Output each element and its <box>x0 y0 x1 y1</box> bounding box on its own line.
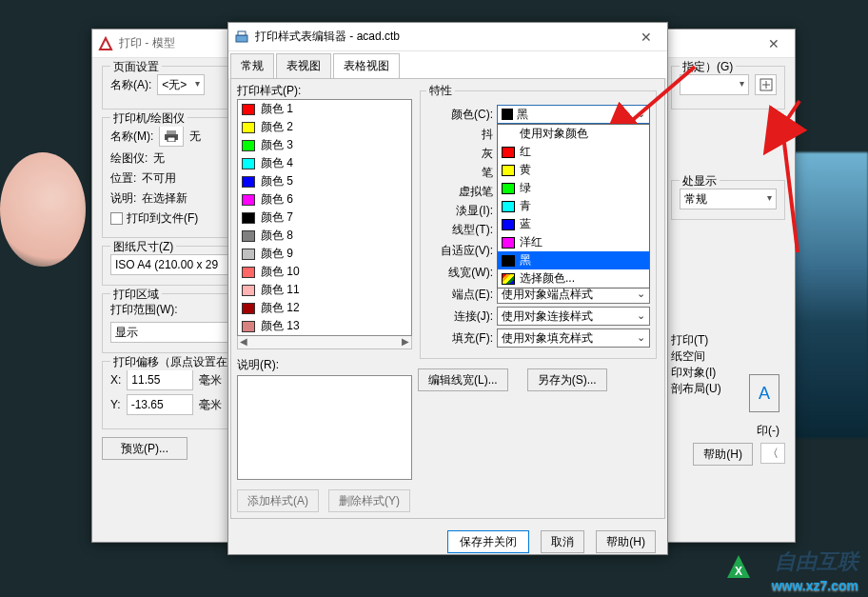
plotstyle-desc-textarea[interactable] <box>237 375 412 480</box>
help-button[interactable]: 帮助(H) <box>693 443 753 466</box>
plotstyle-list-item-label: 颜色 12 <box>261 300 300 316</box>
assign-icon-button[interactable] <box>755 74 777 95</box>
plotstyle-list-item-label: 颜色 4 <box>261 155 293 171</box>
color-dropdown-item[interactable]: 黄 <box>498 161 649 179</box>
svg-rect-5 <box>238 31 246 35</box>
tab-page-form: 打印样式(P): 颜色 1颜色 2颜色 3颜色 4颜色 5颜色 6颜色 7颜色 … <box>230 78 665 519</box>
plotstyle-list-item[interactable]: 颜色 2 <box>238 118 411 136</box>
plotstyle-list-item[interactable]: 颜色 3 <box>238 136 411 154</box>
plotstyle-list-item[interactable]: 颜色 11 <box>238 281 411 299</box>
color-dropdown-item[interactable]: 青 <box>498 197 649 215</box>
page-name-label: 名称(A): <box>110 77 151 93</box>
close-icon[interactable]: ✕ <box>631 26 661 49</box>
plotstyle-list-item[interactable]: 颜色 12 <box>238 299 411 317</box>
color-dropdown-item-label: 红 <box>520 144 531 160</box>
color-swatch-icon <box>502 219 515 230</box>
edit-lineweight-button[interactable]: 编辑线宽(L)... <box>418 368 508 391</box>
shadow-group-label: 处显示 <box>680 173 720 189</box>
color-dropdown-item[interactable]: 选择颜色... <box>498 269 649 288</box>
plotstyle-listbox[interactable]: 颜色 1颜色 2颜色 3颜色 4颜色 5颜色 6颜色 7颜色 8颜色 9颜色 1… <box>237 99 412 336</box>
color-dropdown-item[interactable]: 使用对象颜色 <box>498 125 649 143</box>
option-print-label: 打印(T) <box>671 332 785 348</box>
prop-linetype-label: 线型(T): <box>426 222 493 238</box>
color-swatch-icon <box>242 212 255 224</box>
plotstyle-list-item[interactable]: 颜色 6 <box>238 190 411 209</box>
preview-button[interactable]: 预览(P)... <box>102 437 187 460</box>
prop-color-label: 颜色(C): <box>426 107 493 123</box>
offset-x-input[interactable]: 11.55 <box>127 369 193 390</box>
desc-label: 说明: <box>110 190 136 207</box>
color-swatch-icon <box>242 176 255 188</box>
plotstyle-list-item-label: 颜色 9 <box>261 246 293 262</box>
plotstyle-list-item-label: 颜色 10 <box>261 264 300 280</box>
plotstyle-list-item-label: 颜色 2 <box>261 119 293 135</box>
offset-x-label: X: <box>110 373 121 387</box>
color-swatch-icon <box>502 183 515 194</box>
color-swatch-icon <box>502 201 515 212</box>
watermark-logo-icon: X <box>723 551 754 582</box>
tab-table[interactable]: 表视图 <box>276 53 331 78</box>
watermark-brand: 自由互联 <box>775 547 858 576</box>
plotstyle-list-item[interactable]: 颜色 4 <box>238 154 411 172</box>
location-label: 位置: <box>110 170 136 187</box>
cancel-button[interactable]: 取消 <box>541 530 584 553</box>
plotstyle-list-item-label: 颜色 8 <box>261 228 293 244</box>
plotstyle-list-hscroll[interactable] <box>237 336 412 349</box>
offset-x-unit: 毫米 <box>199 372 222 388</box>
properties-label: 特性 <box>426 83 455 99</box>
print-to-file-checkbox[interactable]: 打印到文件(F) <box>110 210 198 227</box>
quality-select[interactable]: 常规 <box>680 189 777 209</box>
help-button[interactable]: 帮助(H) <box>596 530 656 553</box>
paper-size-label: 图纸尺寸(Z) <box>110 239 176 255</box>
printer-icon[interactable] <box>159 126 184 147</box>
color-swatch-icon <box>242 267 255 278</box>
plotstyle-list-item[interactable]: 颜色 8 <box>238 227 411 245</box>
color-dropdown-item-label: 洋红 <box>520 234 542 250</box>
plotstyle-list-item[interactable]: 颜色 13 <box>238 317 411 335</box>
rainbow-swatch-icon <box>502 273 515 285</box>
print-range-label: 打印范围(W): <box>110 302 178 318</box>
color-dropdown-item-label: 青 <box>520 198 531 214</box>
prop-color-select[interactable]: 黑 使用对象颜色红黄绿青蓝洋红黑选择颜色... <box>497 105 650 124</box>
paper-size-select[interactable]: ISO A4 (210.00 x 29 <box>110 254 246 275</box>
save-close-button[interactable]: 保存并关闭 <box>447 530 529 553</box>
offset-y-input[interactable]: -13.65 <box>127 394 193 415</box>
tab-general[interactable]: 常规 <box>230 53 274 78</box>
orientation-portrait-icon[interactable]: A <box>749 374 779 412</box>
page-name-select[interactable]: <无> <box>157 74 205 95</box>
plotstyle-editor: 打印样式表编辑器 - acad.ctb ✕ 常规 表视图 表格视图 打印样式(P… <box>227 22 668 555</box>
plotstyle-list-item[interactable]: 颜色 9 <box>238 245 411 263</box>
color-dropdown-item[interactable]: 红 <box>498 143 649 161</box>
color-swatch-icon <box>242 194 255 206</box>
color-dropdown-item[interactable]: 绿 <box>498 179 649 197</box>
plotstyle-list-item[interactable]: 颜色 10 <box>238 263 411 281</box>
delete-style-button: 删除样式(Y) <box>328 489 410 512</box>
add-style-button: 添加样式(A) <box>237 489 319 512</box>
prop-pen-label: 笔 <box>426 165 493 181</box>
assign-select[interactable] <box>680 74 749 95</box>
prop-color-value: 黑 <box>517 107 528 123</box>
offset-y-label: Y: <box>110 398 121 411</box>
expand-icon[interactable]: 〈 <box>760 443 785 464</box>
color-dropdown-item-label: 使用对象颜色 <box>520 126 588 142</box>
plotter-label: 绘图仪: <box>110 150 148 167</box>
prop-join-select[interactable]: 使用对象连接样式 <box>497 307 650 326</box>
prop-color-dropdown[interactable]: 使用对象颜色红黄绿青蓝洋红黑选择颜色... <box>497 124 650 289</box>
color-dropdown-item[interactable]: 黑 <box>498 251 649 269</box>
color-dropdown-item-label: 黑 <box>520 252 531 269</box>
print-range-select[interactable]: 显示 <box>110 322 246 343</box>
prop-lineweight-label: 线宽(W): <box>426 265 493 281</box>
plotstyle-titlebar[interactable]: 打印样式表编辑器 - acad.ctb ✕ <box>228 23 667 51</box>
plotstyle-list-item[interactable]: 颜色 5 <box>238 172 411 190</box>
color-dropdown-item[interactable]: 洋红 <box>498 233 649 251</box>
color-swatch-icon <box>502 255 515 267</box>
plotstyle-list-item[interactable]: 颜色 1 <box>238 100 411 118</box>
save-as-button[interactable]: 另存为(S)... <box>527 368 607 391</box>
plotstyle-list-item[interactable]: 颜色 7 <box>238 209 411 227</box>
color-dropdown-item[interactable]: 蓝 <box>498 215 649 233</box>
close-icon[interactable]: ✕ <box>759 32 789 55</box>
svg-rect-4 <box>236 35 247 42</box>
prop-fill-select[interactable]: 使用对象填充样式 <box>497 328 650 348</box>
option-space-label: 纸空间 <box>671 348 785 365</box>
tab-form[interactable]: 表格视图 <box>333 53 400 78</box>
